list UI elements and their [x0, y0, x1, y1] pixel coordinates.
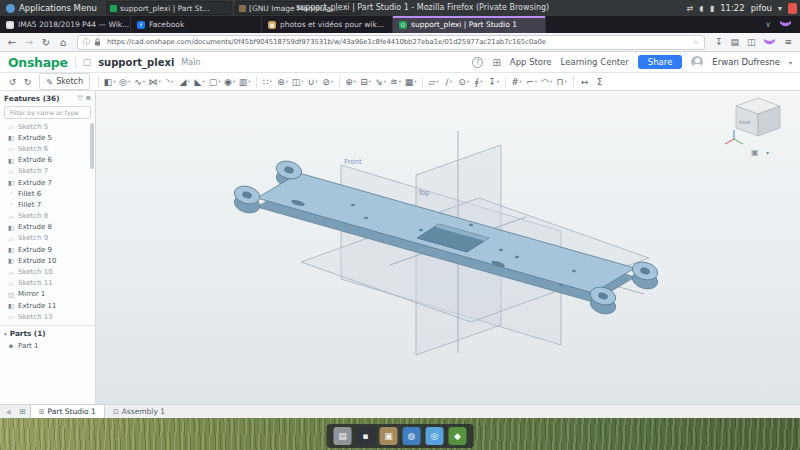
dock-icon[interactable]: ▪ — [357, 427, 375, 445]
feature-list-item[interactable]: ▱ Sketch 8 — [0, 211, 95, 222]
toolbar-icon[interactable]: ▾ — [252, 74, 260, 90]
dropdown-caret-icon[interactable]: ▾ — [550, 79, 552, 84]
toolbar-icon[interactable]: ⊙ ▾ — [456, 74, 471, 90]
list-all-tabs-icon[interactable]: ∨ — [765, 20, 771, 29]
toolbar-icon[interactable]: ▦ ▾ — [403, 74, 418, 90]
network-icon[interactable]: ⇄ — [687, 4, 694, 13]
toolbar-icon[interactable]: ∕ ▾ — [441, 74, 456, 90]
dropdown-caret-icon[interactable]: ▾ — [331, 79, 333, 84]
dropdown-caret-icon[interactable]: ▾ — [564, 79, 566, 84]
toolbar-icon[interactable]: ▾ — [418, 74, 426, 90]
workspace-branch[interactable]: Main — [181, 58, 200, 67]
help-icon[interactable]: ? — [472, 57, 483, 68]
toolbar-icon[interactable]: ∿ ▾ — [132, 74, 147, 90]
session-caret-icon[interactable]: ▾ — [778, 4, 782, 13]
toolbar-icon[interactable]: ▢ ▾ — [207, 74, 222, 90]
dropdown-caret-icon[interactable]: ▾ — [384, 79, 386, 84]
part-list-item[interactable]: ◆ Part 1 — [0, 340, 95, 351]
feature-list-item[interactable]: ◧ Extrude 10 — [0, 255, 95, 266]
panel-collapse-icon[interactable]: « — [3, 407, 15, 417]
toolbar-icon[interactable]: ◝ ▾ — [162, 74, 177, 90]
toolbar-icon[interactable]: ◢ ▾ — [177, 74, 192, 90]
toolbar-icon[interactable]: ▾ — [569, 74, 577, 90]
menu-icon[interactable]: ≡ — [784, 37, 792, 47]
toolbar-icon[interactable]: ∪ ▾ — [305, 74, 320, 90]
toolbar-icon[interactable]: ◫ ▾ — [290, 74, 305, 90]
dropdown-caret-icon[interactable]: ▾ — [414, 79, 416, 84]
list-options-icon[interactable]: ≣ — [86, 94, 91, 102]
dropdown-caret-icon[interactable]: ▾ — [270, 79, 272, 84]
dropdown-caret-icon[interactable]: ▾ — [286, 79, 288, 84]
dropdown-caret-icon[interactable]: ▾ — [535, 79, 537, 84]
dock-icon[interactable]: ▣ — [380, 427, 398, 445]
document-title[interactable]: support_plexi — [98, 57, 174, 68]
front-plane-label[interactable]: Front — [344, 158, 362, 166]
apps-grid-icon[interactable]: ⊞ — [492, 57, 500, 68]
toolbar-icon[interactable]: ⊕ ▾ — [343, 74, 358, 90]
feature-list-item[interactable]: ▱ Sketch 13 — [0, 311, 95, 322]
studio-tab[interactable]: ⊡ Assembly 1 — [105, 405, 173, 418]
toolbar-icon[interactable]: ∷ ▾ — [260, 74, 275, 90]
toolbar-icon[interactable]: ⊛ ▾ — [275, 74, 290, 90]
feature-filter-input[interactable] — [8, 108, 87, 117]
toolbar-icon[interactable]: ▾ — [501, 74, 509, 90]
feature-list-scrollbar[interactable] — [90, 123, 94, 169]
sketch-button[interactable]: ✎ Sketch — [39, 73, 90, 90]
toolbar-icon[interactable]: Σ ▾ — [592, 74, 607, 90]
dropdown-caret-icon[interactable]: ▾ — [520, 79, 522, 84]
feature-list-item[interactable]: ▱ Sketch 9 — [0, 233, 95, 244]
app-store-link[interactable]: App Store — [510, 57, 552, 67]
url-bar[interactable]: ⓘ ☆ — [77, 35, 705, 50]
home-icon[interactable]: ⌂ — [55, 37, 71, 48]
dock-icon[interactable]: ◎ — [426, 427, 444, 445]
section-caret-icon[interactable]: ▾ — [4, 331, 7, 337]
toolbar-icon[interactable]: ↔ ▾ — [577, 74, 592, 90]
toolbar-icon[interactable]: ◉ ▾ — [222, 74, 237, 90]
feature-list-item[interactable]: ◧ Extrude 9 — [0, 244, 95, 255]
share-button[interactable]: Share — [638, 55, 683, 69]
toolbar-icon[interactable]: ∮ ▾ — [471, 74, 486, 90]
parts-section-header[interactable]: ▾ Parts (1) — [0, 327, 95, 340]
forward-icon[interactable]: → — [21, 37, 37, 48]
power-indicator-icon[interactable] — [788, 3, 797, 14]
toolbar-icon[interactable]: ↻ — [20, 74, 35, 90]
dropdown-caret-icon[interactable]: ▾ — [480, 79, 482, 84]
dropdown-caret-icon[interactable]: ▾ — [218, 79, 220, 84]
toolbar-icon[interactable]: ◧ ▾ — [102, 74, 117, 90]
feature-list-item[interactable]: ◫ Mirror 1 — [0, 289, 95, 300]
dropdown-caret-icon[interactable]: ▾ — [301, 79, 303, 84]
feature-list-item[interactable]: ▱ Sketch 11 — [0, 278, 95, 289]
dock-icon[interactable]: ◍ — [403, 427, 421, 445]
dropdown-caret-icon[interactable]: ▾ — [467, 79, 469, 84]
toolbar-icon[interactable]: ⌐ ▾ — [524, 74, 539, 90]
dock-icon[interactable]: ▤ — [334, 427, 352, 445]
toolbar-icon[interactable]: ↺ — [5, 74, 20, 90]
feature-filter-box[interactable] — [4, 106, 91, 119]
studio-tab[interactable]: ⊞ Part Studio 1 — [30, 404, 105, 418]
user-menu-caret-icon[interactable]: ▾ — [789, 59, 792, 66]
toolbar-icon[interactable]: ≋ ▾ — [388, 74, 403, 90]
downloads-icon[interactable]: ↧ — [715, 37, 723, 47]
dropdown-caret-icon[interactable]: ▾ — [369, 79, 371, 84]
onshape-logo[interactable]: Onshape — [8, 55, 68, 70]
dropdown-caret-icon[interactable]: ▾ — [202, 79, 204, 84]
dropdown-caret-icon[interactable]: ▾ — [187, 79, 189, 84]
feature-list-item[interactable]: ▱ Sketch 7 — [0, 166, 95, 177]
bookmark-star-icon[interactable]: ☆ — [693, 38, 699, 46]
top-plane-label[interactable]: Top — [417, 189, 430, 197]
dropdown-caret-icon[interactable]: ▾ — [171, 79, 173, 84]
feature-list-item[interactable]: ◧ Extrude 11 — [0, 300, 95, 311]
toolbar-icon[interactable]: ▾ — [335, 74, 343, 90]
feature-list-item[interactable]: ◧ Extrude 8 — [0, 222, 95, 233]
user-avatar[interactable] — [691, 56, 703, 68]
volume-icon[interactable]: ◖ — [700, 4, 704, 13]
battery-icon[interactable]: ▮ — [710, 4, 714, 13]
dropdown-caret-icon[interactable]: ▾ — [497, 79, 499, 84]
feature-list-item[interactable]: ▱ Sketch 6 — [0, 143, 95, 154]
reload-icon[interactable]: ↻ — [38, 37, 54, 48]
dropdown-caret-icon[interactable]: ▾ — [449, 79, 451, 84]
dropdown-caret-icon[interactable]: ▾ — [113, 79, 115, 84]
browser-tab[interactable]: O support_plexi | Part Studio 1 — [393, 16, 546, 33]
dropdown-caret-icon[interactable]: ▾ — [158, 79, 160, 84]
learning-center-link[interactable]: Learning Center — [561, 57, 629, 67]
